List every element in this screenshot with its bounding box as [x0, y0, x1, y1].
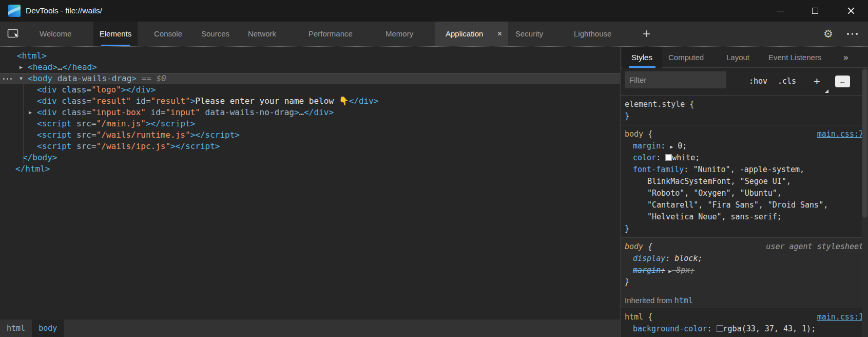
indent-guide-line [23, 84, 24, 163]
tree-row-script-main[interactable]: <script src="/main.js"></script> [0, 118, 620, 129]
style-filter-input[interactable] [625, 71, 726, 88]
css-prop-margin-overridden[interactable]: margin: ▶ 8px; [621, 265, 868, 276]
tab-memory[interactable]: Memory [385, 22, 413, 46]
tab-layout[interactable]: Layout [726, 47, 749, 68]
dollar-zero-annotation: == $0 [137, 73, 166, 83]
close-icon [847, 7, 855, 14]
inherited-element-link[interactable]: html [674, 296, 693, 305]
main-content: <html> ▶<head>…</head> ▼<body data-wails… [0, 46, 868, 337]
tree-row-html-open[interactable]: <html> [0, 50, 620, 62]
tree-row-div-result[interactable]: <div class="result" id="result">Please e… [0, 96, 620, 107]
minimize-icon [777, 11, 784, 11]
rule-element-style[interactable]: element.style { } [621, 95, 868, 125]
more-tabs-chevron-icon[interactable]: » [843, 47, 848, 68]
css-prop-font-family[interactable]: font-family: "Nunito", -apple-system, [621, 164, 868, 176]
expand-arrow-icon[interactable]: ▶ [29, 107, 32, 118]
tree-row-body-selected[interactable]: ▼<body data-wails-drag> == $0 [0, 73, 620, 84]
new-style-rule-button[interactable]: + [814, 68, 820, 95]
styles-scrollbar-track[interactable] [862, 68, 868, 337]
css-prop-display[interactable]: display: block; [621, 253, 868, 265]
inherited-from-header: Inherited from html [621, 291, 868, 308]
rule-html-maincss[interactable]: main.css:1 html { background-color: rgba… [621, 308, 868, 337]
tab-styles[interactable]: Styles [622, 47, 662, 68]
styles-tab-bar: Styles Computed Layout Event Listeners » [621, 47, 868, 68]
tree-row-script-ipc[interactable]: <script src="/wails/ipc.js"></script> [0, 141, 620, 152]
dom-tree: <html> ▶<head>…</head> ▼<body data-wails… [0, 47, 620, 175]
maximize-icon [812, 8, 818, 14]
tree-row-script-runtime[interactable]: <script src="/wails/runtime.js"></script… [0, 129, 620, 141]
toggle-hov-button[interactable]: :hov [749, 68, 767, 95]
tab-application[interactable]: Application × [435, 22, 508, 46]
stylesheet-link[interactable]: main.css:7 [817, 128, 863, 140]
close-tab-icon[interactable]: × [497, 22, 502, 46]
tab-welcome[interactable]: Welcome [40, 22, 71, 46]
styles-sidebar: Styles Computed Layout Event Listeners »… [620, 47, 868, 337]
breadcrumb-body[interactable]: body [32, 320, 64, 337]
edge-logo-icon [8, 5, 21, 17]
tree-row-body-close[interactable]: </body> [0, 152, 620, 163]
dropdown-corner-icon [825, 89, 828, 93]
css-prop-color[interactable]: color: white; [621, 152, 868, 164]
tree-row-div-logo[interactable]: <div class="logo"></div> [0, 84, 620, 96]
more-actions-dots-icon[interactable] [3, 73, 12, 84]
more-tools-plus-icon[interactable]: + [643, 22, 650, 46]
tab-performance[interactable]: Performance [308, 22, 353, 46]
tab-sources[interactable]: Sources [201, 22, 229, 46]
settings-gear-icon[interactable]: ⚙ [823, 22, 833, 46]
collapse-arrow-icon[interactable]: ▼ [20, 73, 23, 84]
maximize-button[interactable] [804, 0, 826, 22]
minimize-button[interactable] [769, 0, 792, 22]
tab-computed[interactable]: Computed [668, 47, 704, 68]
rule-body-maincss[interactable]: main.css:7 body { margin: ▶ 0; color: wh… [621, 125, 868, 237]
window-title: DevTools - file://wails/ [26, 0, 102, 22]
styles-rules-list: element.style { } main.css:7 body { marg… [621, 95, 868, 337]
stylesheet-link[interactable]: main.css:1 [817, 311, 863, 323]
styles-scrollbar-thumb[interactable] [862, 69, 867, 218]
close-button[interactable] [840, 0, 862, 22]
tree-row-div-input[interactable]: ▶<div class="input-box" id="input" data-… [0, 107, 620, 118]
elements-panel: <html> ▶<head>…</head> ▼<body data-wails… [0, 47, 620, 337]
collapse-panel-icon[interactable]: ← [835, 76, 850, 87]
breadcrumb: html body [0, 320, 620, 337]
toggle-cls-button[interactable]: .cls [778, 68, 796, 95]
css-prop-margin[interactable]: margin: ▶ 0; [621, 140, 868, 152]
tree-row-head[interactable]: ▶<head>…</head> [0, 62, 620, 73]
customize-menu-icon[interactable] [847, 22, 858, 46]
color-swatch-white[interactable] [665, 154, 672, 161]
styles-filter-row: :hov .cls + ← [621, 68, 868, 95]
breadcrumb-html[interactable]: html [0, 320, 32, 337]
tab-event-listeners[interactable]: Event Listeners [768, 47, 821, 68]
title-bar: DevTools - file://wails/ [0, 0, 868, 22]
tab-network[interactable]: Network [248, 22, 276, 46]
pointing-down-emoji: 👇 [339, 96, 349, 106]
expand-arrow-icon[interactable]: ▶ [20, 62, 23, 73]
color-swatch-dark[interactable] [717, 325, 723, 332]
tab-elements[interactable]: Elements [93, 22, 138, 46]
stylesheet-origin-label: user agent stylesheet [766, 241, 863, 253]
tab-lighthouse[interactable]: Lighthouse [574, 22, 611, 46]
expand-shorthand-icon[interactable]: ▶ [665, 268, 671, 274]
css-prop-background-color[interactable]: background-color: rgba(33, 37, 43, 1); [621, 323, 868, 335]
devtools-toolbar: Welcome Elements Console Sources Network… [0, 22, 868, 46]
tab-console[interactable]: Console [154, 22, 182, 46]
rule-body-user-agent[interactable]: user agent stylesheet body { display: bl… [621, 237, 868, 291]
inspect-element-icon[interactable] [7, 28, 21, 40]
tree-row-html-close[interactable]: </html> [0, 163, 620, 175]
tab-security[interactable]: Security [515, 22, 543, 46]
